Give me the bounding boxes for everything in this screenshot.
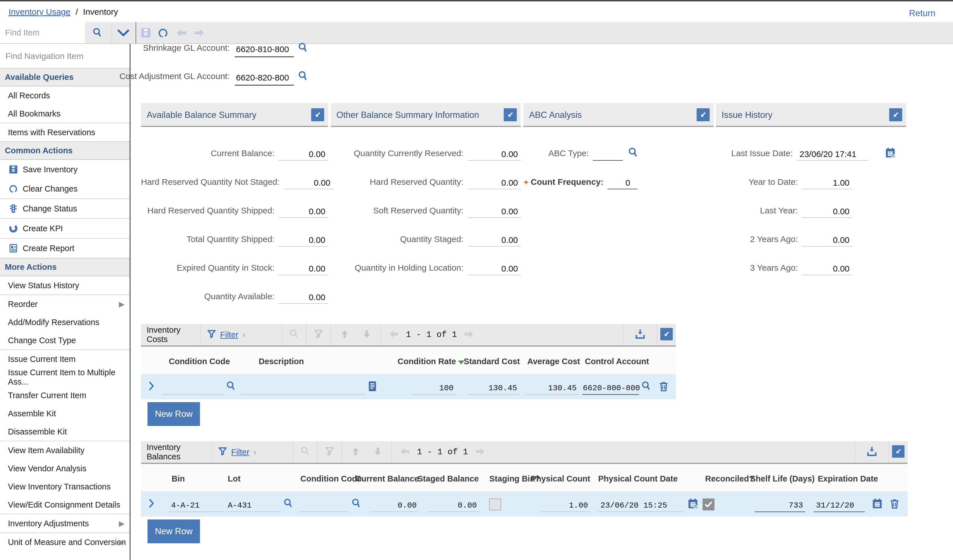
column-header-control-account[interactable]: Control Account (585, 357, 649, 366)
save-icon[interactable] (140, 26, 152, 40)
column-header-standard-cost[interactable]: Standard Cost (464, 357, 520, 366)
find-item-input[interactable] (0, 22, 85, 43)
sidebar-item-view-item-availability[interactable]: View Item Availability (0, 441, 130, 459)
move-down-icon[interactable] (361, 328, 373, 341)
section-header-common-actions[interactable]: Common Actions (0, 141, 130, 160)
sidebar-item-view-inventory-transactions[interactable]: View Inventory Transactions (0, 478, 130, 496)
find-navigation-input[interactable] (0, 51, 130, 61)
staging-bin-checkbox[interactable] (489, 498, 501, 510)
clear-filter-icon[interactable] (312, 328, 324, 341)
sort-descending-icon[interactable] (458, 360, 464, 364)
physical-count-field[interactable]: 1.00 (541, 497, 590, 512)
sidebar-item-change-status[interactable]: Change Status (0, 198, 130, 218)
description-field[interactable] (241, 380, 366, 395)
column-header-condition-rate[interactable]: Condition Rate (398, 357, 456, 366)
condition-code-field[interactable] (163, 380, 224, 395)
lot-field[interactable]: A-431 (225, 497, 281, 512)
pager-previous-icon[interactable] (388, 328, 400, 341)
control-account-field[interactable]: 6620-800-800 (582, 380, 639, 395)
condition-code-lookup-icon[interactable] (350, 497, 363, 511)
return-link[interactable]: Return (909, 8, 936, 19)
section-header-available-queries[interactable]: Available Queries (0, 69, 130, 87)
pager-previous-icon[interactable] (399, 446, 411, 458)
pager-next-icon[interactable] (474, 446, 486, 458)
sidebar-item-clear-changes[interactable]: Clear Changes (0, 179, 130, 198)
column-header-physical-count[interactable]: Physical Count (531, 474, 591, 484)
sidebar-item-add-modify-reservations[interactable]: Add/Modify Reservations (0, 313, 130, 331)
filter-icon[interactable] (217, 446, 228, 458)
new-row-button[interactable]: New Row (147, 402, 200, 426)
inventory-costs-row[interactable]: 100 130.45 130.45 6620-800-800 (141, 374, 676, 399)
row-expand-icon[interactable] (148, 381, 155, 392)
clear-filter-icon[interactable] (324, 446, 335, 459)
previous-record-icon[interactable] (175, 26, 188, 40)
sidebar-item-view-vendor-analysis[interactable]: View Vendor Analysis (0, 459, 130, 478)
collapse-icon[interactable] (697, 108, 709, 122)
sidebar-item-save-inventory[interactable]: Save Inventory (0, 160, 130, 179)
collapse-icon[interactable] (504, 108, 517, 122)
sidebar-item-reorder[interactable]: Reorder ▶ (0, 294, 130, 313)
collapse-icon[interactable] (660, 328, 673, 342)
condition-code-field[interactable] (299, 497, 349, 512)
pager-next-icon[interactable] (463, 328, 475, 341)
download-icon[interactable] (866, 445, 878, 459)
shelf-life-field[interactable]: 733 (755, 497, 805, 512)
search-icon[interactable] (92, 26, 104, 40)
inventory-balances-row[interactable]: 4-A-21 A-431 0.00 0.00 1.00 23/06/20 15:… (141, 491, 908, 517)
delete-row-icon[interactable] (658, 380, 670, 394)
filter-link[interactable]: Filter (231, 447, 249, 457)
delete-row-icon[interactable] (889, 497, 900, 511)
sidebar-item-view-edit-consignment-details[interactable]: View/Edit Consignment Details (0, 496, 130, 514)
calendar-icon[interactable] (884, 147, 897, 160)
column-header-staged-balance[interactable]: Staged Balance (418, 474, 479, 484)
lot-lookup-icon[interactable] (282, 497, 295, 511)
filter-expand-icon[interactable]: › (242, 330, 245, 339)
sidebar-item-issue-current-item-multiple[interactable]: Issue Current Item to Multiple Ass... (0, 368, 130, 386)
undo-icon[interactable] (157, 26, 169, 40)
abc-type-field[interactable] (593, 146, 623, 161)
condition-code-lookup-icon[interactable] (225, 380, 237, 394)
sidebar-item-view-status-history[interactable]: View Status History (0, 276, 130, 294)
expiration-date-field[interactable]: 31/12/20 (814, 497, 865, 512)
download-icon[interactable] (634, 328, 646, 342)
count-frequency-field[interactable]: 0 (607, 175, 638, 189)
collapse-icon[interactable] (311, 108, 324, 122)
control-account-lookup-icon[interactable] (640, 380, 653, 394)
row-expand-icon[interactable] (148, 498, 155, 509)
new-row-button[interactable]: New Row (147, 520, 200, 543)
standard-cost-field[interactable]: 130.45 (468, 380, 519, 395)
collapse-icon[interactable] (889, 108, 902, 122)
calendar-icon[interactable] (871, 497, 883, 511)
column-header-shelf-life[interactable]: Shelf Life (Days) (750, 474, 815, 484)
sidebar-item-transfer-current-item[interactable]: Transfer Current Item (0, 386, 130, 404)
sidebar-item-all-records[interactable]: All Records (0, 87, 130, 105)
move-down-icon[interactable] (372, 446, 383, 458)
column-header-physical-count-date[interactable]: Physical Count Date (598, 474, 678, 484)
current-balance-field[interactable]: 0.00 (369, 497, 419, 512)
reconciled-checkbox[interactable] (703, 498, 714, 510)
column-header-lot[interactable]: Lot (228, 474, 241, 484)
sidebar-item-assemble-kit[interactable]: Assemble Kit (0, 404, 130, 422)
physical-count-date-field[interactable]: 23/06/20 15:25 (598, 497, 683, 512)
column-header-average-cost[interactable]: Average Cost (527, 357, 580, 366)
filter-expand-icon[interactable]: › (253, 447, 256, 457)
cost-adjustment-gl-field[interactable]: 6620-820-800 (235, 67, 294, 85)
sidebar-item-inventory-adjustments[interactable]: Inventory Adjustments ▶ (0, 514, 130, 532)
sidebar-item-change-cost-type[interactable]: Change Cost Type (0, 331, 130, 350)
gl-lookup-icon[interactable] (296, 70, 310, 84)
next-record-icon[interactable] (193, 26, 205, 40)
collapse-icon[interactable] (892, 445, 905, 459)
column-header-bin[interactable]: Bin (172, 474, 185, 484)
sidebar-item-items-with-reservations[interactable]: Items with Reservations (0, 123, 130, 141)
sidebar-item-issue-current-item[interactable]: Issue Current Item (0, 350, 130, 368)
calendar-icon[interactable] (687, 497, 699, 511)
gl-lookup-icon[interactable] (296, 42, 310, 56)
filter-link[interactable]: Filter (220, 330, 238, 339)
sidebar-item-unit-of-measure-and-conversion[interactable]: Unit of Measure and Conversion ▶ (0, 532, 130, 551)
search-icon[interactable] (299, 446, 311, 459)
column-header-description[interactable]: Description (259, 357, 304, 366)
bin-field[interactable]: 4-A-21 (169, 497, 224, 512)
long-description-icon[interactable] (367, 380, 378, 394)
filter-icon[interactable] (206, 328, 217, 341)
move-up-icon[interactable] (350, 446, 362, 458)
